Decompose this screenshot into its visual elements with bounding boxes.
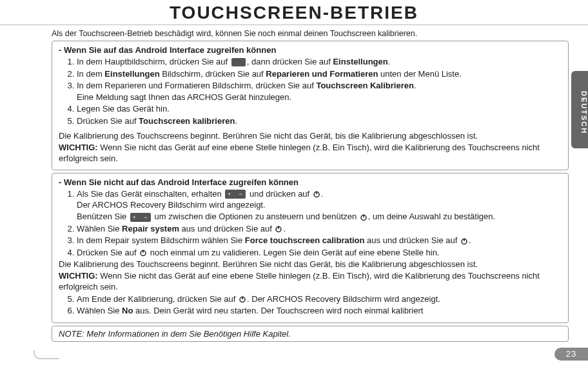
text: . bbox=[414, 81, 416, 90]
section-a-para: Die Kalibrierung des Touchscreens beginn… bbox=[59, 130, 562, 164]
text: , um deine Auswahl zu bestätigen. bbox=[368, 212, 495, 221]
text: Die Kalibrierung des Touchscreens beginn… bbox=[59, 259, 478, 269]
bold-text: Repair system bbox=[122, 224, 179, 233]
text: Benützen Sie bbox=[77, 212, 129, 221]
power-icon bbox=[360, 213, 368, 221]
wichtig-text: Wenn Sie nicht das Gerät auf eine ebene … bbox=[59, 143, 540, 164]
power-icon bbox=[239, 295, 246, 303]
section-a-heading: - Wenn Sie auf das Android Interface zug… bbox=[59, 45, 562, 55]
text: unten der Menü Liste. bbox=[378, 69, 461, 79]
bold-text: Touchscreen kalibrieren bbox=[139, 116, 235, 126]
bold-text: Einstellungen bbox=[333, 57, 387, 66]
bold-text: Reparieren und Formatieren bbox=[266, 69, 378, 79]
text: Am Ende der Kalibrierung, drücken Sie au… bbox=[77, 294, 238, 304]
power-icon bbox=[460, 237, 468, 245]
page-title: TOUCHSCREEN-BETRIEB bbox=[0, 0, 588, 25]
text: um zwischen die Optionen zu ansteuern un… bbox=[152, 212, 359, 221]
language-side-tab: DEUTSCH bbox=[571, 71, 588, 148]
title-rule bbox=[0, 25, 588, 25]
section-b-list: Als Sie das Gerät einschalten, erhalten … bbox=[59, 188, 562, 258]
text: In dem bbox=[77, 69, 104, 79]
section-a-list: In dem Hauptbildschirm, drücken Sie auf … bbox=[59, 56, 562, 126]
content-area: Als der Touchscreen-Betrieb beschädigt w… bbox=[0, 29, 588, 342]
text: aus und drücken Sie auf bbox=[179, 224, 274, 233]
text: Wählen Sie bbox=[77, 224, 122, 233]
step-b3: In dem Repair system Bildschirm wählen S… bbox=[77, 235, 562, 246]
text: noch einmal um zu validieren. Legen Sie … bbox=[148, 248, 439, 257]
text: und drücken auf bbox=[247, 189, 311, 199]
step-b4: Drücken Sie auf noch einmal um zu validi… bbox=[77, 247, 562, 259]
text: aus. Dein Gerät wird neu starten. Der To… bbox=[133, 306, 423, 315]
corner-decoration bbox=[34, 350, 59, 359]
text: . Der ARCHOS Recovery Bildschirm wird an… bbox=[247, 294, 440, 304]
text: In dem Hauptbildschirm, drücken Sie auf bbox=[77, 57, 228, 66]
subline-text: Benützen Sie um zwischen die Optionen zu… bbox=[77, 211, 562, 223]
intro-text: Als der Touchscreen-Betrieb beschädigt w… bbox=[52, 29, 569, 38]
text: Die Kalibrierung des Touchscreens beginn… bbox=[59, 131, 478, 141]
text: Als Sie das Gerät einschalten, erhalten bbox=[77, 189, 224, 199]
home-icon bbox=[231, 58, 246, 66]
note-box: NOTE: Mehr Informationen in dem Sie Benö… bbox=[52, 326, 569, 342]
step-b1: Als Sie das Gerät einschalten, erhalten … bbox=[77, 188, 562, 223]
power-icon bbox=[313, 190, 320, 198]
wichtig-text: Wenn Sie nicht das Gerät auf eine ebene … bbox=[59, 271, 540, 292]
section-b-list-cont: Am Ende der Kalibrierung, drücken Sie au… bbox=[59, 293, 562, 317]
bold-text: Force touchscreen calibration bbox=[245, 235, 365, 245]
bold-text: No bbox=[122, 306, 133, 315]
text: . bbox=[321, 189, 324, 199]
text: aus und drücken Sie auf bbox=[365, 235, 460, 245]
volume-rocker-icon bbox=[225, 190, 246, 199]
text: Drücken Sie auf bbox=[77, 248, 139, 257]
text: Drücken Sie auf bbox=[77, 116, 139, 126]
volume-rocker-icon bbox=[130, 213, 151, 222]
step-a3: In dem Reparieren und Formatieren Bildsc… bbox=[77, 80, 562, 103]
section-b-heading: - Wenn Sie nicht auf das Android Interfa… bbox=[59, 177, 562, 187]
text: . bbox=[283, 224, 286, 233]
page-number: 23 bbox=[554, 348, 588, 361]
text: In dem Reparieren und Formatieren Bildsc… bbox=[77, 81, 316, 90]
bold-text: Touchscreen Kalibrieren bbox=[316, 81, 413, 90]
bold-text: Einstellungen bbox=[104, 69, 159, 79]
text: In dem Repair system Bildschirm wählen S… bbox=[77, 235, 245, 245]
power-icon bbox=[139, 249, 147, 257]
step-b5: Am Ende der Kalibrierung, drücken Sie au… bbox=[77, 293, 562, 305]
step-a4: Legen Sie das Gerät hin. bbox=[77, 103, 562, 115]
wichtig-label: WICHTIG: bbox=[59, 271, 98, 281]
text: . bbox=[388, 57, 391, 66]
text: . bbox=[469, 235, 471, 245]
text: . bbox=[235, 116, 237, 126]
text: Wählen Sie bbox=[77, 306, 122, 315]
step-a1: In dem Hauptbildschirm, drücken Sie auf … bbox=[77, 56, 562, 68]
wichtig-label: WICHTIG: bbox=[59, 143, 98, 152]
subline-text: Eine Meldung sagt Ihnen das ARCHOS Gerät… bbox=[77, 92, 562, 103]
section-cannot-access: - Wenn Sie nicht auf das Android Interfa… bbox=[52, 173, 569, 323]
text: Bildschirm, drücken Sie auf bbox=[160, 69, 266, 79]
subline-text: Der ARCHOS Recovery Bildschirm wird ange… bbox=[77, 199, 562, 211]
section-can-access: - Wenn Sie auf das Android Interface zug… bbox=[52, 41, 569, 170]
text: , dann drücken Sie auf bbox=[247, 57, 333, 66]
step-b6: Wählen Sie No aus. Dein Gerät wird neu s… bbox=[77, 305, 562, 317]
section-b-mid-para: Die Kalibrierung des Touchscreens beginn… bbox=[59, 259, 562, 293]
step-a5: Drücken Sie auf Touchscreen kalibrieren. bbox=[77, 115, 562, 127]
power-icon bbox=[275, 225, 282, 233]
step-b2: Wählen Sie Repair system aus und drücken… bbox=[77, 223, 562, 235]
step-a2: In dem Einstellungen Bildschirm, drücken… bbox=[77, 68, 562, 80]
